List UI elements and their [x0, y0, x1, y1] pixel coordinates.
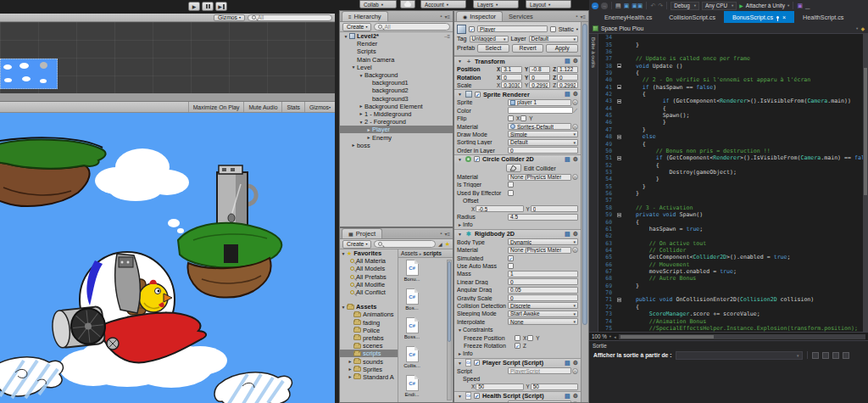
- fold-arrow-icon[interactable]: ▼: [350, 64, 357, 70]
- text-field[interactable]: 1: [508, 271, 578, 277]
- folder-scripts[interactable]: scripts: [340, 350, 398, 357]
- fold-arrow-icon[interactable]: ►: [350, 143, 357, 148]
- hierarchy-item-background[interactable]: ▼Background: [340, 71, 453, 79]
- previous-message-icon[interactable]: [812, 352, 819, 359]
- folder-sprites[interactable]: ►Sprites: [340, 366, 398, 373]
- folder-animations[interactable]: Animations: [340, 311, 398, 318]
- step-button[interactable]: ▶: [215, 2, 227, 11]
- folder-police[interactable]: Police: [340, 327, 398, 334]
- reference-icon[interactable]: ▤: [565, 393, 570, 400]
- axis-field[interactable]: -0.5: [476, 205, 523, 212]
- toolbox-side-tab[interactable]: Boîte à outils: [589, 34, 598, 332]
- text-field[interactable]: 0: [508, 294, 578, 301]
- hierarchy-item-level2[interactable]: ▼Level2*‒≡: [340, 32, 453, 40]
- checkbox[interactable]: [508, 115, 514, 121]
- breadcrumb-root[interactable]: Assets: [401, 250, 418, 256]
- game-toolbar-mute-audio[interactable]: Mute Audio: [243, 102, 281, 112]
- save-all-icon[interactable]: ▣▣: [632, 3, 643, 9]
- undo-icon[interactable]: ↶: [650, 3, 655, 9]
- project-assets-root[interactable]: ▼Assets: [340, 303, 398, 311]
- axis-field[interactable]: 0.2992: [557, 81, 578, 88]
- object-field[interactable]: None (Physics Mater: [508, 247, 571, 254]
- collab-dropdown[interactable]: Collab▾: [359, 0, 397, 8]
- intellitrace-icon[interactable]: ▣: [797, 3, 803, 9]
- fold-arrow-icon[interactable]: ▼: [358, 73, 364, 78]
- component-header-circle-collider-2d[interactable]: ▼✓Circle Collider 2D▤⚙: [454, 154, 581, 164]
- static-dropdown-icon[interactable]: ▾: [576, 27, 578, 31]
- hierarchy-item-background-element[interactable]: ►Background Element: [340, 103, 453, 110]
- component-header-player-script-script[interactable]: ▼C#✓Player Script (Script)▤⚙: [454, 358, 581, 367]
- asset-bos[interactable]: C#Bos...: [400, 288, 424, 316]
- fold-arrow-icon[interactable]: ▼: [457, 92, 463, 97]
- favorite-all-conflict[interactable]: All Conflict: [340, 288, 398, 296]
- text-field[interactable]: 0: [508, 147, 578, 154]
- play-button[interactable]: ▶: [188, 2, 200, 11]
- tab-collisionscript-cs[interactable]: CollisionScript.cs: [660, 11, 724, 23]
- tab-services[interactable]: Services: [503, 11, 539, 21]
- checkbox[interactable]: ✓: [474, 360, 480, 366]
- project-favorites-root[interactable]: ▼★Favorites: [340, 249, 398, 257]
- fold-arrow-icon[interactable]: ▼: [340, 251, 347, 256]
- gear-icon[interactable]: ⚙: [573, 91, 578, 98]
- hierarchy-item-enemy[interactable]: ►Enemy: [340, 133, 453, 141]
- favorite-search-icon[interactable]: ★: [445, 241, 450, 248]
- axis-field[interactable]: 0.3030: [501, 81, 522, 88]
- checkbox[interactable]: ✓: [474, 156, 480, 162]
- active-checkbox[interactable]: ✓: [469, 26, 475, 32]
- dropdown-field[interactable]: Simple▾: [508, 131, 578, 137]
- reference-icon[interactable]: ▤: [565, 231, 570, 238]
- hierarchy-item-scripts[interactable]: Scripts: [340, 48, 453, 55]
- component-header-health-script-script[interactable]: ▼C#✓Health Script (Script)▤⚙: [454, 391, 581, 400]
- fold-arrow-icon[interactable]: ▼: [340, 305, 347, 310]
- panel-menu-icon[interactable]: ▾≡: [444, 14, 450, 20]
- checkbox[interactable]: ✓: [515, 343, 520, 349]
- axis-field[interactable]: 0.2992: [529, 81, 550, 88]
- eyedropper-icon[interactable]: ／: [573, 107, 578, 115]
- checkbox[interactable]: [508, 190, 514, 196]
- fold-arrow-icon[interactable]: ▼: [358, 120, 364, 125]
- hierarchy-item-main-camera[interactable]: Main Camera: [340, 56, 453, 64]
- debug-config-dropdown[interactable]: Debug▾: [670, 2, 699, 10]
- fold-gutter[interactable]: [615, 135, 622, 139]
- folder-fading[interactable]: fading: [340, 319, 398, 327]
- navigate-back-icon[interactable]: ←: [592, 3, 598, 9]
- checkbox[interactable]: ✓: [475, 92, 481, 98]
- axis-field[interactable]: 0: [531, 205, 578, 212]
- hscroll-left-icon[interactable]: ◂: [614, 334, 616, 339]
- fold-arrow-icon[interactable]: ▼: [457, 394, 463, 399]
- attach-dropdown-icon[interactable]: ▾: [787, 3, 789, 8]
- fold-arrow-icon[interactable]: ▼: [457, 232, 463, 237]
- object-picker-icon[interactable]: ◎: [572, 247, 578, 253]
- fold-marker-icon[interactable]: [617, 156, 621, 160]
- dropdown-field[interactable]: None▾: [508, 318, 578, 325]
- fold-arrow-icon[interactable]: ►: [358, 104, 364, 109]
- reference-icon[interactable]: ▤: [565, 360, 570, 367]
- fold-marker-icon[interactable]: [617, 298, 621, 302]
- hierarchy-search-input[interactable]: All: [374, 23, 450, 31]
- zoom-level[interactable]: 100 %: [592, 333, 607, 339]
- project-create-button[interactable]: Create▾: [342, 240, 371, 249]
- fold-arrow-icon[interactable]: ►: [457, 351, 463, 356]
- reference-icon[interactable]: ▤: [565, 156, 570, 163]
- layers-dropdown[interactable]: Layers▾: [473, 0, 519, 8]
- favorite-all-materia[interactable]: All Materia: [340, 257, 398, 265]
- prefab-select-button[interactable]: Select: [477, 44, 509, 53]
- game-toolbar-maximize-on-play[interactable]: Maximize On Play: [188, 102, 244, 112]
- static-checkbox[interactable]: [550, 26, 556, 32]
- object-picker-icon[interactable]: ◎: [572, 124, 578, 130]
- fold-arrow-icon[interactable]: ►: [347, 359, 353, 364]
- checkbox[interactable]: ✓: [474, 393, 480, 399]
- hierarchy-item-level[interactable]: ▼Level: [340, 64, 453, 71]
- axis-field[interactable]: -0.8: [529, 66, 550, 73]
- tab-hierarchy[interactable]: ≡Hierarchy: [342, 11, 388, 21]
- component-header-sprite-renderer[interactable]: ▼✓Sprite Renderer▤⚙: [454, 89, 581, 98]
- asset-collis[interactable]: C#Collis...: [400, 346, 424, 374]
- fold-gutter[interactable]: [615, 85, 622, 89]
- attach-to-unity-button[interactable]: Attacher à Unity: [746, 3, 785, 8]
- text-field[interactable]: 4.5: [508, 214, 578, 221]
- text-field[interactable]: 0.05: [508, 287, 578, 294]
- hierarchy-item-boss[interactable]: ►boss: [340, 142, 453, 149]
- clear-all-icon[interactable]: [832, 352, 839, 359]
- asset-bonu[interactable]: C#Bonu...: [400, 260, 424, 288]
- axis-field[interactable]: 3.1: [501, 66, 522, 73]
